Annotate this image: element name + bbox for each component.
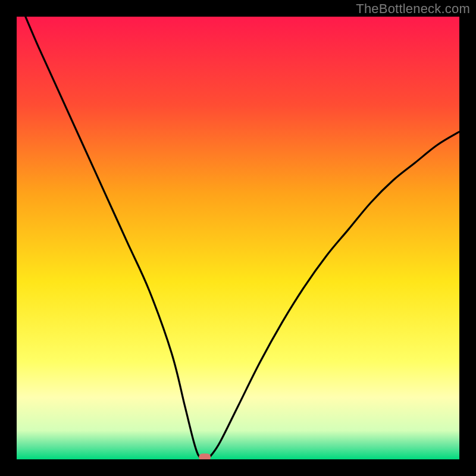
chart-frame: TheBottleneck.com — [0, 0, 476, 476]
watermark-text: TheBottleneck.com — [356, 1, 470, 17]
plot-background — [17, 17, 459, 459]
bottleneck-chart — [0, 0, 476, 476]
optimal-marker — [199, 453, 211, 461]
